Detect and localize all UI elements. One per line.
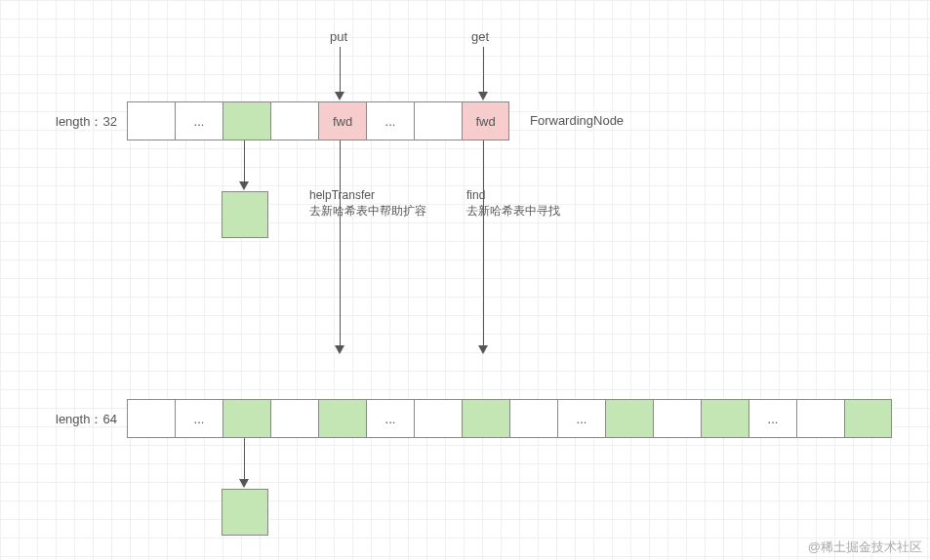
- linked-node-64: [222, 489, 268, 536]
- row32-cell-7: fwd: [462, 101, 509, 140]
- row64-cell-8: [509, 399, 557, 438]
- arrow-node32-head: [239, 181, 249, 190]
- row64-cell-3: [270, 399, 318, 438]
- arrow-find-line: [483, 140, 484, 345]
- row32-cell-0: [127, 101, 175, 140]
- row64-cell-1: ...: [175, 399, 222, 438]
- label-helptransfer: helpTransfer 去新哈希表中帮助扩容: [309, 188, 426, 219]
- label-put: put: [330, 29, 347, 44]
- row64-cell-7: [462, 399, 509, 438]
- grid-background: [0, 0, 930, 560]
- row64-cell-14: [796, 399, 844, 438]
- row64-cell-10: [605, 399, 653, 438]
- array-row-64: ............: [127, 399, 892, 438]
- row64-cell-4: [318, 399, 366, 438]
- row32-cell-6: [414, 101, 462, 140]
- row64-cell-6: [414, 399, 462, 438]
- row32-cell-2: [222, 101, 270, 140]
- row32-cell-4: fwd: [318, 101, 366, 140]
- label-forwarding-node: ForwardingNode: [530, 113, 624, 128]
- row64-cell-12: [701, 399, 748, 438]
- arrow-put-head: [335, 92, 344, 100]
- arrow-get-head: [478, 92, 488, 100]
- arrow-get-line: [483, 47, 484, 92]
- helptransfer-sub: 去新哈希表中帮助扩容: [309, 204, 426, 220]
- arrow-node64-line: [244, 438, 245, 479]
- arrow-helptransfer-line: [340, 140, 341, 345]
- row32-cell-3: [270, 101, 318, 140]
- row32-cell-5: ...: [366, 101, 414, 140]
- row64-cell-0: [127, 399, 175, 438]
- label-length-64: length：64: [56, 411, 117, 428]
- arrow-node32-line: [244, 140, 245, 181]
- find-title: find: [466, 188, 560, 204]
- arrow-find-head: [478, 345, 488, 354]
- arrow-put-line: [340, 47, 341, 92]
- label-length-32: length：32: [56, 113, 117, 131]
- array-row-32: ...fwd...fwd: [127, 101, 509, 140]
- row64-cell-15: [844, 399, 892, 438]
- label-get: get: [471, 29, 489, 44]
- row64-cell-5: ...: [366, 399, 414, 438]
- helptransfer-title: helpTransfer: [309, 188, 426, 204]
- row64-cell-11: [653, 399, 701, 438]
- label-find: find 去新哈希表中寻找: [466, 188, 560, 219]
- row32-cell-1: ...: [175, 101, 222, 140]
- watermark: @稀土掘金技术社区: [808, 539, 922, 556]
- row64-cell-9: ...: [557, 399, 605, 438]
- row64-cell-13: ...: [748, 399, 796, 438]
- row64-cell-2: [222, 399, 270, 438]
- find-sub: 去新哈希表中寻找: [466, 204, 560, 220]
- arrow-node64-head: [239, 479, 249, 488]
- arrow-helptransfer-head: [335, 345, 344, 354]
- linked-node-32: [222, 191, 268, 238]
